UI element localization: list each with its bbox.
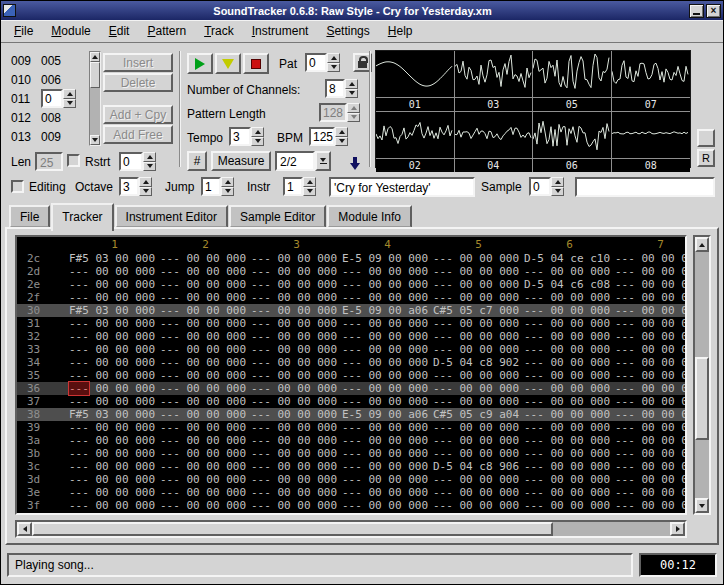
pattern-spinner[interactable]: 0 xyxy=(305,53,340,72)
list-scroll-thumb[interactable] xyxy=(90,62,100,88)
pattern-cell[interactable]: --- 00 00 000 xyxy=(251,395,342,408)
pattern-cell[interactable]: --- 00 00 000 xyxy=(433,473,524,486)
menu-edit[interactable]: Edit xyxy=(100,21,139,41)
channels-spinner-value[interactable]: 8 xyxy=(325,79,345,98)
pattern-cell[interactable]: D-5 04 c6 c08 xyxy=(524,278,615,291)
pattern-row-37[interactable]: 37--- 00 00 000--- 00 00 000--- 00 00 00… xyxy=(17,395,685,408)
pattern-cell[interactable]: --- 00 00 000 xyxy=(433,369,524,382)
pattern-cell[interactable]: --- 00 00 000 xyxy=(524,447,615,460)
pattern-cell[interactable]: --- 00 00 000 xyxy=(433,421,524,434)
current-pattern-spinner[interactable]: 0 xyxy=(41,89,76,108)
pattern-cell[interactable]: --- 00 00 000 xyxy=(69,460,160,473)
pattern-cell[interactable]: --- 00 00 000 xyxy=(160,252,251,265)
pattern-cell[interactable]: --- 00 00 000 xyxy=(251,369,342,382)
vscroll-thumb[interactable] xyxy=(695,357,709,440)
pattern-cell[interactable]: --- 00 00 000 xyxy=(615,382,687,395)
pattern-cell[interactable]: --- 00 00 000 xyxy=(615,499,687,512)
measure-combo[interactable]: 2/2 xyxy=(275,151,331,171)
pattern-cell[interactable]: --- 00 00 000 xyxy=(524,265,615,278)
play-song-button[interactable] xyxy=(187,53,213,74)
pattern-cell[interactable]: --- 00 00 000 xyxy=(615,460,687,473)
pattern-cell[interactable]: --- 00 00 000 xyxy=(160,486,251,499)
spin-down-button[interactable] xyxy=(303,187,316,197)
pattern-cell[interactable]: --- 00 00 000 xyxy=(342,291,433,304)
position-row[interactable]: 012008 xyxy=(11,108,87,127)
pattern-row-2c[interactable]: 2cF#5 03 00 000--- 00 00 000--- 00 00 00… xyxy=(17,252,685,265)
pattern-cell[interactable]: --- 00 00 000 xyxy=(160,356,251,369)
pattern-cell[interactable]: D-5 04 c8 902 xyxy=(433,356,524,369)
pattern-cell[interactable]: --- 00 00 000 xyxy=(69,278,160,291)
pattern-cell[interactable]: --- 00 00 000 xyxy=(615,343,687,356)
pattern-cell[interactable]: --- 00 00 000 xyxy=(160,395,251,408)
pattern-cell[interactable]: --- 00 00 000 xyxy=(342,460,433,473)
channel-header-3[interactable]: 3 xyxy=(251,238,342,251)
pattern-cell[interactable]: --- 00 00 000 xyxy=(160,382,251,395)
scope-channel-02[interactable]: 02 xyxy=(376,112,455,172)
position-row[interactable]: 010006 xyxy=(11,70,87,89)
spin-down-button[interactable] xyxy=(221,187,234,197)
song-length-field[interactable]: 25 xyxy=(35,152,63,171)
spin-down-button[interactable] xyxy=(335,137,348,147)
octave-spinner-value[interactable]: 3 xyxy=(119,177,139,196)
pattern-cell[interactable]: --- 00 00 000 xyxy=(433,395,524,408)
pattern-cell[interactable]: --- 00 00 000 xyxy=(342,434,433,447)
vertical-scrollbar[interactable] xyxy=(693,235,711,515)
menu-pattern[interactable]: Pattern xyxy=(138,21,195,41)
record-toggle-button[interactable]: R xyxy=(697,149,715,167)
window-menu-icon[interactable] xyxy=(3,4,16,17)
pattern-cell[interactable]: --- 00 00 000 xyxy=(524,499,615,512)
pattern-cell[interactable]: --- 00 00 000 xyxy=(342,421,433,434)
pattern-cell[interactable]: --- 00 00 000 xyxy=(433,343,524,356)
spin-up-button[interactable] xyxy=(347,103,360,113)
pattern-cell[interactable]: --- 00 00 000 xyxy=(342,499,433,512)
position-list-scrollbar[interactable] xyxy=(89,51,101,146)
pattern-cell[interactable]: --- 00 00 000 xyxy=(524,408,615,421)
pattern-cell[interactable]: --- 00 00 000 xyxy=(160,369,251,382)
pattern-cell[interactable]: --- 00 00 000 xyxy=(251,317,342,330)
pattern-cell[interactable]: --- 00 00 000 xyxy=(615,369,687,382)
pattern-cell[interactable]: --- 00 00 000 xyxy=(69,395,160,408)
restart-spinner[interactable]: 0 xyxy=(119,152,156,171)
pattern-cell[interactable]: --- 00 00 000 xyxy=(342,382,433,395)
hash-toggle-button[interactable]: # xyxy=(187,151,207,171)
pattern-cell[interactable]: --- 00 00 000 xyxy=(69,330,160,343)
pattern-row-38[interactable]: 38F#5 03 00 000--- 00 00 000--- 00 00 00… xyxy=(17,408,685,421)
channels-spinner[interactable]: 8 xyxy=(325,79,358,98)
pattern-cell[interactable]: --- 00 00 000 xyxy=(160,421,251,434)
pattern-editor[interactable]: 1234567 2cF#5 03 00 000--- 00 00 000--- … xyxy=(15,235,687,515)
tab-file[interactable]: File xyxy=(9,205,50,228)
measure-button[interactable]: Measure xyxy=(211,151,271,171)
tab-module-info[interactable]: Module Info xyxy=(327,205,412,228)
spin-up-button[interactable] xyxy=(345,79,358,89)
pattern-cell[interactable]: --- 00 00 000 xyxy=(251,265,342,278)
instrument-spinner[interactable]: 1 xyxy=(283,177,316,196)
pattern-cell[interactable]: --- 00 00 000 xyxy=(433,434,524,447)
pattern-cell[interactable]: --- 00 00 000 xyxy=(524,291,615,304)
pattern-row-3b[interactable]: 3b--- 00 00 000--- 00 00 000--- 00 00 00… xyxy=(17,447,685,460)
spin-down-button[interactable] xyxy=(347,113,360,123)
scopes-blank-button[interactable] xyxy=(697,129,715,147)
pattern-cell[interactable]: --- 00 00 000 xyxy=(69,499,160,512)
menu-help[interactable]: Help xyxy=(379,21,422,41)
pattern-spinner-value[interactable]: 0 xyxy=(305,53,327,72)
pattern-cell[interactable]: --- 00 00 000 xyxy=(69,291,160,304)
pattern-cell[interactable]: D-5 04 ce c10 xyxy=(524,252,615,265)
pattern-cell[interactable]: F#5 03 00 000 xyxy=(69,252,160,265)
pattern-row-35[interactable]: 35--- 00 00 000--- 00 00 000--- 00 00 00… xyxy=(17,369,685,382)
scope-channel-01[interactable]: 01 xyxy=(376,51,455,112)
pattern-cell[interactable]: --- 00 00 000 xyxy=(160,278,251,291)
spin-down-button[interactable] xyxy=(63,99,76,109)
channel-header-7[interactable]: 7 xyxy=(615,238,687,251)
scope-channel-04[interactable]: 04 xyxy=(455,112,534,172)
menu-instrument[interactable]: Instrument xyxy=(243,21,318,41)
pattern-cell[interactable]: --- 00 00 000 xyxy=(615,421,687,434)
pattern-cell[interactable]: --- 00 00 000 xyxy=(160,434,251,447)
pattern-cell[interactable]: --- 00 00 000 xyxy=(160,408,251,421)
instrument-spinner-value[interactable]: 1 xyxy=(283,177,303,196)
pattern-cell[interactable]: --- 00 00 000 xyxy=(160,265,251,278)
position-row[interactable]: 009005 xyxy=(11,51,87,70)
pattern-cell[interactable]: --- 00 00 000 xyxy=(524,460,615,473)
pattern-row-36[interactable]: 36--- 00 00 000--- 00 00 000--- 00 00 00… xyxy=(17,382,685,395)
pattern-cell[interactable]: --- 00 00 000 xyxy=(251,291,342,304)
pattern-cell[interactable]: --- 00 00 000 xyxy=(524,473,615,486)
